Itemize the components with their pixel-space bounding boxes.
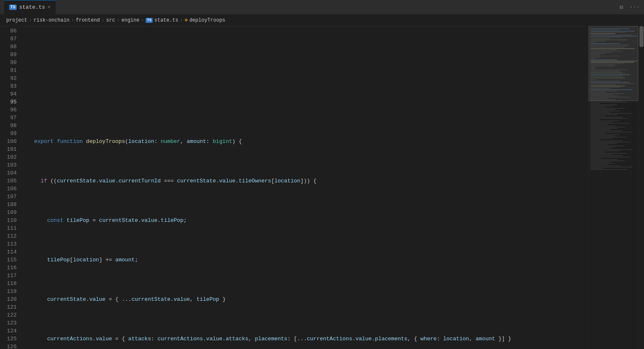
ln-110: 110	[0, 216, 17, 224]
breadcrumb-ts-badge: TS	[146, 18, 153, 23]
main-area: 86 87 88 89 90 91 92 93 94 95 96 97 98 9…	[0, 26, 644, 349]
breadcrumb-engine[interactable]: engine	[121, 17, 139, 23]
close-tab-button[interactable]: ×	[47, 5, 50, 10]
ln-103: 103	[0, 161, 17, 169]
ln-87: 87	[0, 35, 17, 43]
ln-111: 111	[0, 224, 17, 232]
code-line-87	[26, 98, 588, 106]
tab-filename: state.ts	[19, 4, 45, 10]
ln-124: 124	[0, 327, 17, 335]
ln-120: 120	[0, 295, 17, 303]
ln-92: 92	[0, 74, 17, 82]
file-tab[interactable]: TS state.ts ×	[4, 0, 56, 15]
ln-108: 108	[0, 201, 17, 209]
ln-104: 104	[0, 169, 17, 177]
ln-117: 117	[0, 272, 17, 280]
code-line-92: currentState.value = { ...currentState.v…	[26, 295, 588, 303]
ln-123: 123	[0, 319, 17, 327]
ln-91: 91	[0, 66, 17, 74]
scrollbar-thumb[interactable]	[639, 26, 644, 47]
ln-119: 119	[0, 288, 17, 295]
code-line-90: const tilePop = currentState.value.tileP…	[26, 216, 588, 224]
ln-93: 93	[0, 82, 17, 90]
breadcrumb-deploytroops[interactable]: deployTroops	[189, 17, 225, 23]
ln-106: 106	[0, 185, 17, 193]
ln-95: 95	[0, 98, 17, 106]
ln-118: 118	[0, 280, 17, 288]
breadcrumb-src[interactable]: src	[106, 17, 115, 23]
code-content[interactable]: export function deployTroops(location: n…	[22, 26, 588, 349]
ln-90: 90	[0, 59, 17, 66]
ln-98: 98	[0, 122, 17, 130]
vertical-scrollbar[interactable]	[638, 26, 644, 349]
ln-126: 126	[0, 343, 17, 349]
ln-109: 109	[0, 209, 17, 216]
minimap[interactable]	[588, 26, 638, 349]
ln-105: 105	[0, 177, 17, 185]
breadcrumb-statets[interactable]: state.ts	[154, 17, 178, 23]
ln-102: 102	[0, 153, 17, 161]
more-actions-icon[interactable]: ···	[629, 4, 640, 11]
ln-121: 121	[0, 303, 17, 311]
ln-100: 100	[0, 138, 17, 145]
title-bar-actions: ⊟ ···	[619, 4, 640, 11]
code-line-89: if ((currentState.value.currentTurnId ==…	[26, 177, 588, 185]
breadcrumb-project[interactable]: project	[6, 17, 27, 23]
ln-122: 122	[0, 311, 17, 319]
ln-114: 114	[0, 248, 17, 256]
ln-113: 113	[0, 240, 17, 248]
ln-97: 97	[0, 114, 17, 122]
ln-115: 115	[0, 256, 17, 264]
code-line-88: export function deployTroops(location: n…	[26, 138, 588, 145]
ln-94: 94	[0, 90, 17, 98]
ln-112: 112	[0, 232, 17, 240]
ln-99: 99	[0, 130, 17, 138]
ln-86: 86	[0, 27, 17, 35]
ln-107: 107	[0, 193, 17, 201]
code-line-91: tilePop[location] += amount;	[26, 256, 588, 264]
breadcrumb-frontend[interactable]: frontend	[76, 17, 100, 23]
breadcrumb-risk-onchain[interactable]: risk-onchain	[34, 17, 69, 23]
ts-badge: TS	[9, 5, 17, 10]
function-icon: ⊕	[185, 17, 188, 23]
split-editor-icon[interactable]: ⊟	[619, 4, 623, 11]
code-line-86	[26, 59, 588, 66]
line-numbers: 86 87 88 89 90 91 92 93 94 95 96 97 98 9…	[0, 26, 22, 349]
ln-89: 89	[0, 51, 17, 59]
editor[interactable]: 86 87 88 89 90 91 92 93 94 95 96 97 98 9…	[0, 26, 644, 349]
breadcrumb: project › risk-onchain › frontend › src …	[0, 15, 644, 26]
ln-125: 125	[0, 335, 17, 343]
ln-96: 96	[0, 106, 17, 114]
code-area: 86 87 88 89 90 91 92 93 94 95 96 97 98 9…	[0, 26, 644, 349]
ln-101: 101	[0, 145, 17, 153]
minimap-viewport[interactable]	[589, 26, 638, 101]
ln-116: 116	[0, 264, 17, 272]
title-bar: TS state.ts × ⊟ ···	[0, 0, 644, 15]
code-line-93: currentActions.value = { attacks: curren…	[26, 335, 588, 343]
ln-88: 88	[0, 43, 17, 51]
